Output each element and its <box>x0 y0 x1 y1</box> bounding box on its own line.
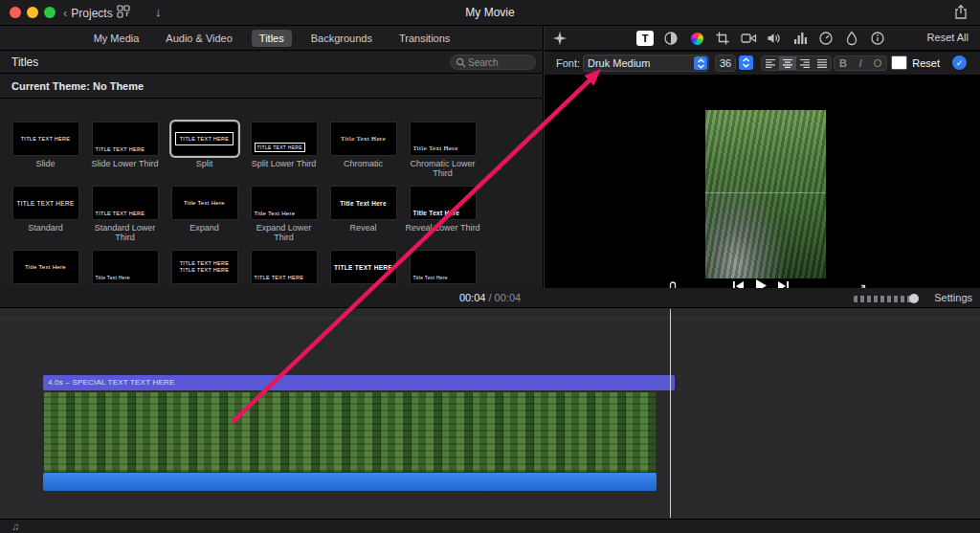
align-justify-button[interactable] <box>813 56 831 70</box>
reset-all-button[interactable]: Reset All <box>927 32 969 43</box>
apply-check-button[interactable]: ✓ <box>952 56 967 70</box>
thumb-text: TITLE TEXT HERE <box>175 132 234 145</box>
timeline-toolbar: 00:04 / 00:04 Settings <box>0 288 980 308</box>
search-icon <box>456 57 466 68</box>
music-note-icon: ♫ <box>11 521 19 532</box>
thumb-text: TITLE TEXT HERE <box>16 200 74 207</box>
title-cell-row3-3[interactable]: TITLE TEXT HERE TITLE TEXT HERE <box>165 250 244 288</box>
search-field[interactable] <box>450 55 536 70</box>
audio-clip[interactable] <box>43 473 657 491</box>
crop-icon[interactable] <box>714 30 731 47</box>
volume-icon[interactable] <box>766 30 783 47</box>
font-dropdown[interactable]: Druk Medium <box>583 55 709 72</box>
inspector-viewer-panel: T <box>545 26 980 288</box>
current-time: 00:04 <box>459 292 486 303</box>
window-title: My Movie <box>465 6 514 19</box>
title-label: Reveal <box>323 223 403 233</box>
tab-backgrounds[interactable]: Backgrounds <box>303 30 380 47</box>
timeline-zoom-slider[interactable] <box>854 296 917 302</box>
title-cell-row3-2[interactable]: Title Text Here <box>85 250 165 288</box>
current-theme-label: Current Theme: No Theme <box>11 80 144 92</box>
camera-stabilization-icon[interactable] <box>740 30 757 47</box>
close-button[interactable] <box>10 7 21 18</box>
title-label: Chromatic Lower Third <box>403 159 482 178</box>
title-cell-row3-4[interactable]: TITLE TEXT HERE <box>244 250 323 288</box>
title-cell-reveal[interactable]: Title Text Here Reveal <box>323 186 403 250</box>
title-settings-icon[interactable]: T <box>636 30 654 47</box>
timeline-bottom-bar: ♫ <box>0 519 980 533</box>
playhead[interactable] <box>670 309 671 518</box>
search-input[interactable] <box>466 56 529 69</box>
enhance-icon[interactable] <box>552 31 568 46</box>
effects-droplet-icon[interactable] <box>843 30 860 47</box>
title-clip[interactable]: 4.0s – SPECIAL TEXT TEXT HERE <box>43 375 675 390</box>
minimize-button[interactable] <box>27 7 38 18</box>
title-cell-row3-1[interactable]: Title Text Here <box>6 250 85 288</box>
font-size-field[interactable]: 36 <box>715 55 736 72</box>
thumb-text: Title Text Here <box>184 200 225 206</box>
text-color-swatch[interactable] <box>891 56 907 70</box>
align-center-button[interactable] <box>779 56 796 70</box>
title-label: Expand <box>165 223 244 233</box>
title-cell-reveal-lower[interactable]: Title Text Here Reveal Lower Third <box>403 186 482 250</box>
title-cell-standard[interactable]: TITLE TEXT HERE Standard <box>6 186 85 250</box>
titles-browser-panel: My Media Audio & Video Titles Background… <box>0 26 544 288</box>
tab-audio-video[interactable]: Audio & Video <box>158 30 240 47</box>
thumb-text: TITLE TEXT HERE <box>96 211 145 216</box>
thumb-text: Title Text Here <box>340 200 387 207</box>
color-correction-icon[interactable] <box>662 30 679 47</box>
color-wheel-icon[interactable] <box>688 30 705 47</box>
font-size-stepper[interactable] <box>739 56 753 70</box>
preview-video-frame <box>705 110 826 278</box>
timeline-settings-button[interactable]: Settings <box>934 292 972 303</box>
share-icon[interactable] <box>953 4 969 21</box>
timeline[interactable]: 4.0s – SPECIAL TEXT TEXT HERE <box>0 309 980 519</box>
title-cell-expand-lower[interactable]: Title Text Here Expand Lower Third <box>244 186 323 250</box>
title-cell-split-lower[interactable]: TITLE TEXT HERE Split Lower Third <box>244 122 323 186</box>
font-reset-button[interactable]: Reset <box>912 57 940 69</box>
zoom-button[interactable] <box>44 7 56 18</box>
align-left-button[interactable] <box>762 56 779 70</box>
outline-button[interactable]: O <box>869 56 886 70</box>
projects-back-button[interactable]: ‹Projects <box>63 6 113 20</box>
text-alignment-group <box>761 56 832 71</box>
thumb-text: Title Text Here <box>96 275 130 280</box>
total-time: 00:04 <box>495 292 522 303</box>
inspector-toolbar: T <box>545 26 980 51</box>
italic-button[interactable]: I <box>852 56 869 70</box>
imovie-window: ‹Projects ↓ My Movie My Media Audio & Vi… <box>0 0 980 533</box>
title-cell-split-selected[interactable]: TITLE TEXT HERE Split <box>165 122 244 186</box>
thumb-text: Title Text Here <box>255 211 296 216</box>
equalizer-icon[interactable] <box>791 30 809 47</box>
title-cell-row3-5[interactable]: TITLE TEXT HERE <box>323 250 403 288</box>
title-cell-standard-lower[interactable]: TITLE TEXT HERE Standard Lower Third <box>85 186 165 250</box>
thumb-text: Title Text Here <box>341 135 386 143</box>
title-label: Standard Lower Third <box>85 223 165 242</box>
thumb-text: TITLE TEXT HERE <box>96 146 145 152</box>
bold-button[interactable]: B <box>835 56 852 70</box>
align-right-button[interactable] <box>796 56 813 70</box>
font-dropdown-value: Druk Medium <box>588 57 650 69</box>
info-icon[interactable] <box>869 30 886 47</box>
tab-transitions[interactable]: Transitions <box>391 30 457 47</box>
title-cell-slide[interactable]: TITLE TEXT HERE Slide <box>6 122 85 186</box>
title-cell-slide-lower[interactable]: TITLE TEXT HERE Slide Lower Third <box>85 122 165 186</box>
import-arrow-icon[interactable]: ↓ <box>155 5 162 19</box>
titles-grid: TITLE TEXT HERE Slide TITLE TEXT HERE Sl… <box>6 122 486 288</box>
chevron-left-icon: ‹ <box>63 6 67 20</box>
title-cell-expand[interactable]: Title Text Here Expand <box>165 186 244 250</box>
thumb-text: Title Text Here <box>413 144 458 152</box>
tab-my-media[interactable]: My Media <box>86 30 147 47</box>
browser-title: Titles <box>11 56 38 69</box>
speed-icon[interactable] <box>817 30 835 47</box>
title-label: Chromatic <box>323 159 403 168</box>
zoom-slider-knob[interactable] <box>909 294 919 303</box>
video-clip[interactable] <box>43 392 657 472</box>
text-style-group: B I O <box>834 56 887 71</box>
title-label: Split Lower Third <box>244 159 323 168</box>
title-cell-chromatic-lower[interactable]: Title Text Here Chromatic Lower Third <box>403 122 482 186</box>
title-cell-row3-6[interactable]: Title Text Here <box>403 250 482 288</box>
media-browser-icon[interactable] <box>117 5 130 18</box>
title-cell-chromatic[interactable]: Title Text Here Chromatic <box>323 122 403 186</box>
tab-titles[interactable]: Titles <box>252 30 292 47</box>
